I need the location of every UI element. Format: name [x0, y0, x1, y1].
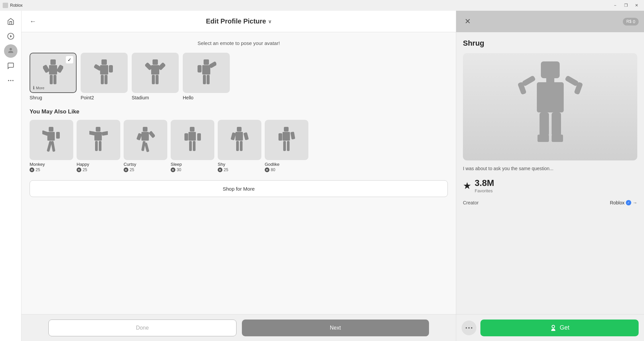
- svg-rect-29: [49, 127, 53, 132]
- rec-price-sleep: R 30: [171, 167, 214, 172]
- right-more-button[interactable]: [462, 321, 476, 335]
- svg-rect-59: [284, 127, 289, 132]
- svg-rect-48: [188, 132, 196, 141]
- app-icon: [3, 3, 8, 8]
- content-area: Select an emote to pose your avatar!: [22, 32, 456, 314]
- svg-rect-7: [43, 64, 50, 73]
- rec-thumb-curtsy: [124, 120, 167, 160]
- svg-rect-39: [95, 141, 98, 151]
- svg-rect-64: [287, 141, 290, 151]
- rec-card-sleep[interactable]: Sleep R 30: [171, 120, 214, 172]
- svg-rect-53: [237, 127, 242, 132]
- svg-point-78: [471, 327, 472, 329]
- svg-rect-66: [546, 78, 554, 82]
- robux-icon: R: [218, 167, 222, 172]
- rec-label-shy: Shy: [218, 162, 261, 167]
- svg-rect-68: [521, 75, 536, 87]
- svg-rect-38: [101, 131, 108, 136]
- favorites-row: ★ 3.8M Favorites: [463, 178, 637, 193]
- subtitle-text: Select an emote to pose your avatar!: [30, 40, 448, 46]
- rec-card-monkey[interactable]: Monkey R 25: [30, 120, 73, 172]
- robux-count: 0: [633, 19, 635, 24]
- svg-rect-43: [136, 133, 142, 140]
- favorites-label: Favorites: [475, 188, 494, 193]
- creator-value[interactable]: Roblox ✓ →: [610, 200, 637, 205]
- emote-card-point2[interactable]: Point2: [81, 53, 128, 100]
- svg-rect-74: [552, 112, 561, 136]
- svg-rect-75: [552, 135, 563, 142]
- rec-card-shy[interactable]: Shy R 25: [218, 120, 261, 172]
- svg-rect-37: [89, 131, 95, 135]
- section-title-recommendations: You May Also Like: [30, 108, 448, 115]
- svg-rect-73: [538, 135, 549, 142]
- sidebar-item-chat[interactable]: [4, 59, 17, 72]
- emote-card-shrug[interactable]: ✓ ℹ More Shrug: [30, 53, 77, 100]
- emote-check-shrug: ✓: [66, 56, 73, 63]
- sidebar-item-play[interactable]: [4, 30, 17, 43]
- restore-button[interactable]: ❐: [621, 1, 631, 10]
- svg-rect-47: [190, 127, 195, 132]
- svg-rect-5: [50, 59, 56, 65]
- emote-grid: ✓ ℹ More Shrug: [30, 53, 448, 100]
- chevron-down-icon: ∨: [268, 19, 271, 24]
- rec-card-godlike[interactable]: Godlike R 80: [265, 120, 308, 172]
- robux-icon: R: [30, 167, 34, 172]
- sidebar: [0, 11, 22, 341]
- get-button[interactable]: Get: [480, 320, 639, 336]
- emote-thumb-stadium: [132, 53, 179, 93]
- rec-card-curtsy[interactable]: Curtsy R 25: [124, 120, 167, 172]
- svg-point-77: [468, 327, 470, 329]
- svg-rect-44: [148, 131, 155, 138]
- robux-icon: R: [77, 167, 81, 172]
- svg-rect-45: [141, 141, 145, 151]
- svg-rect-55: [230, 132, 236, 140]
- shop-button[interactable]: Shop for More: [30, 180, 448, 197]
- rec-price-godlike: R 80: [265, 167, 308, 172]
- price-value-curtsy: 25: [130, 167, 134, 172]
- minimize-button[interactable]: −: [610, 1, 620, 10]
- back-button[interactable]: ←: [27, 15, 39, 28]
- recommendations-grid: Monkey R 25: [30, 120, 448, 172]
- svg-rect-32: [56, 132, 60, 139]
- price-value-godlike: 80: [271, 167, 275, 172]
- svg-point-2: [8, 80, 9, 81]
- favorites-info: 3.8M Favorites: [475, 178, 494, 193]
- rec-card-happy[interactable]: Happy R 25: [77, 120, 120, 172]
- panel-header: ← Edit Profile Picture ∨: [22, 11, 456, 32]
- next-button[interactable]: Next: [242, 320, 429, 336]
- right-panel-title: Shrug: [463, 39, 637, 48]
- svg-rect-67: [537, 82, 564, 112]
- svg-rect-65: [541, 61, 560, 78]
- right-panel-close-button[interactable]: ✕: [462, 15, 474, 28]
- window-controls: − ❐ ✕: [610, 1, 641, 10]
- svg-rect-70: [564, 75, 579, 87]
- rec-thumb-happy: [77, 120, 120, 160]
- emote-more-label: More: [36, 86, 44, 90]
- emote-card-stadium[interactable]: Stadium: [132, 53, 179, 100]
- svg-rect-35: [96, 127, 100, 132]
- emote-thumb-point2: [81, 53, 128, 93]
- sidebar-item-avatar[interactable]: [4, 44, 17, 58]
- svg-rect-60: [283, 132, 290, 141]
- creator-name: Roblox: [610, 200, 625, 205]
- svg-rect-49: [184, 133, 188, 141]
- svg-rect-51: [189, 141, 192, 151]
- svg-rect-27: [203, 75, 206, 84]
- svg-rect-63: [283, 141, 286, 151]
- svg-rect-24: [202, 65, 210, 75]
- sidebar-item-home[interactable]: [4, 15, 17, 28]
- title-bar: Roblox − ❐ ✕: [0, 0, 644, 11]
- sidebar-item-more[interactable]: [4, 74, 17, 87]
- right-panel-footer: Get: [456, 314, 644, 341]
- svg-point-3: [10, 80, 11, 81]
- emote-label-shrug: Shrug: [30, 95, 77, 100]
- done-button[interactable]: Done: [48, 320, 237, 336]
- emote-card-hello[interactable]: Hello: [183, 53, 230, 100]
- svg-point-4: [12, 80, 13, 81]
- svg-rect-11: [101, 59, 107, 65]
- emote-label-stadium: Stadium: [132, 95, 179, 100]
- rec-label-happy: Happy: [77, 162, 120, 167]
- robux-icon-badge: R$: [626, 19, 631, 24]
- emote-thumb-shrug: ✓ ℹ More: [30, 53, 77, 93]
- close-button[interactable]: ✕: [632, 1, 641, 10]
